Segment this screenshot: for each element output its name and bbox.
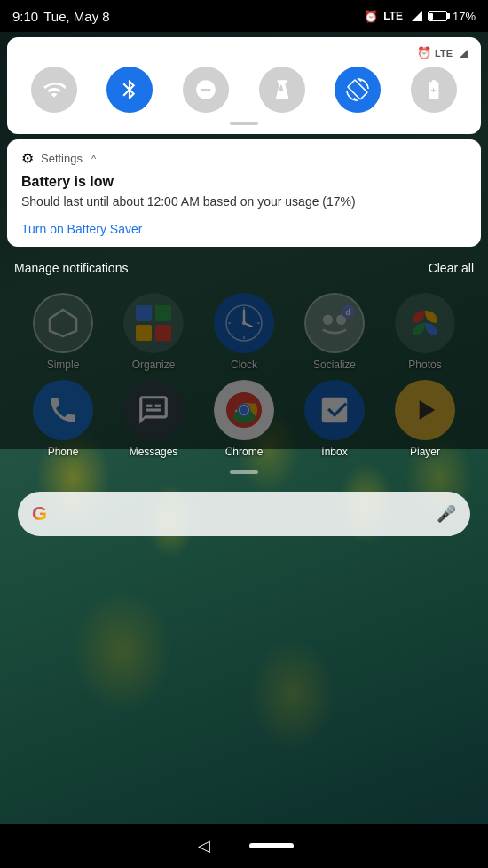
navigation-bar: ◁ [0, 824, 488, 868]
notification-bottom-bar: Manage notifications Clear all [0, 252, 488, 284]
flashlight-toggle[interactable] [259, 67, 305, 113]
flashlight-icon [271, 78, 294, 101]
battery-saver-icon [422, 78, 445, 101]
bluetooth-icon [118, 78, 141, 101]
alarm-status-icon: ⏰ [364, 10, 378, 23]
battery-percentage: 17% [453, 10, 476, 23]
quick-settings-bar: ⏰ LTE [16, 46, 472, 59]
back-icon: ◁ [198, 836, 210, 856]
notification-body: Should last until about 12:00 AM based o… [21, 193, 467, 211]
notification-title: Battery is low [21, 174, 467, 190]
manage-notifications-button[interactable]: Manage notifications [14, 261, 128, 275]
lte-indicator: LTE [383, 10, 403, 22]
dock-pill [230, 470, 258, 474]
signal-icon [408, 11, 422, 21]
qs-signal-icon [456, 49, 468, 58]
wifi-toggle[interactable] [31, 67, 77, 113]
battery-notification-card: ⚙ Settings ^ Battery is low Should last … [7, 139, 481, 247]
settings-app-icon: ⚙ [21, 150, 34, 167]
status-date: Tue, May 8 [43, 9, 109, 24]
mic-icon[interactable]: 🎤 [437, 504, 456, 524]
search-bar[interactable]: G 🎤 [18, 492, 470, 536]
rotate-icon [346, 78, 369, 101]
clear-all-button[interactable]: Clear all [429, 261, 474, 275]
status-bar-left: 9:10 Tue, May 8 [12, 9, 110, 24]
quick-toggle-row [16, 67, 472, 113]
battery-icon [428, 11, 447, 21]
notification-app-name: Settings [41, 152, 83, 165]
rotate-toggle[interactable] [335, 67, 381, 113]
search-bar-container: G 🎤 [0, 483, 488, 545]
status-bar: 9:10 Tue, May 8 ⏰ LTE 17% [0, 0, 488, 32]
bluetooth-toggle[interactable] [106, 67, 153, 113]
home-button[interactable] [249, 843, 294, 848]
dnd-toggle[interactable] [183, 67, 229, 113]
notification-header: ⚙ Settings ^ [21, 150, 467, 167]
dnd-icon [194, 78, 217, 101]
notification-expand-icon[interactable]: ^ [91, 154, 96, 164]
google-logo: G [32, 502, 47, 525]
status-bar-right: ⏰ LTE 17% [364, 10, 476, 23]
battery-saver-toggle[interactable] [411, 67, 457, 113]
qs-alarm-icon: ⏰ [417, 46, 431, 59]
back-button[interactable]: ◁ [194, 836, 214, 856]
status-time: 9:10 [12, 9, 38, 24]
dock-indicator [0, 467, 488, 477]
qs-lte-text: LTE [435, 48, 453, 59]
drag-handle[interactable] [230, 122, 258, 125]
battery-saver-action[interactable]: Turn on Battery Saver [21, 222, 467, 236]
wifi-icon [43, 78, 66, 101]
quick-settings-panel: ⏰ LTE [7, 37, 481, 134]
